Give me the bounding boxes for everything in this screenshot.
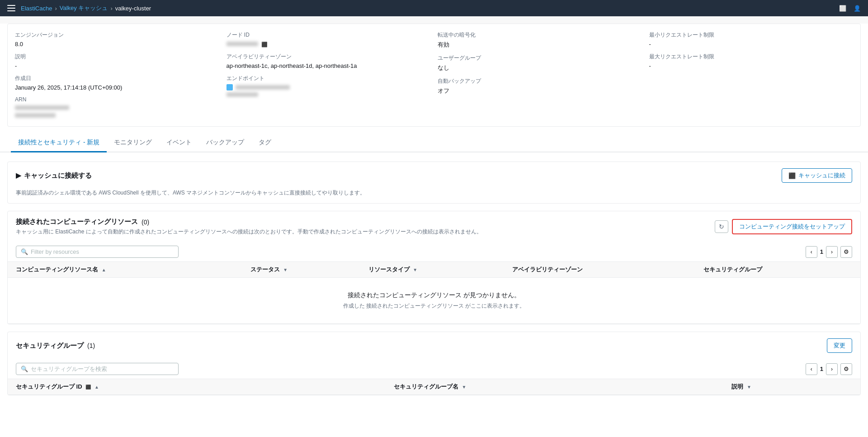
setup-computing-label: コンピューティング接続をセットアップ: [739, 223, 845, 231]
endpoint-value: [236, 85, 290, 90]
col-sg-name-sort[interactable]: ▼: [462, 385, 467, 390]
security-settings-button[interactable]: ⚙: [840, 363, 852, 375]
computing-next-page[interactable]: ›: [826, 246, 838, 258]
col-resource-name: コンピューティングリソース名 ▲: [8, 262, 242, 278]
col-sg: セキュリティグループ: [695, 262, 861, 278]
breadcrumb-elasticache[interactable]: ElastiCache: [21, 5, 52, 12]
info-col-1: エンジンバージョン 8.0 説明 - 作成日 January 26, 2025,…: [15, 31, 219, 119]
computing-search-box[interactable]: 🔍: [16, 246, 179, 258]
monitor-icon[interactable]: ⬜: [839, 5, 846, 12]
security-search-row: 🔍 ‹ 1 › ⚙: [8, 359, 860, 379]
col-sg-id-sort[interactable]: ▲: [94, 385, 99, 390]
security-search-icon: 🔍: [21, 366, 28, 372]
col-resource-name-sort[interactable]: ▲: [102, 267, 106, 272]
arn-value-2: [15, 113, 56, 118]
computing-search-row: 🔍 ‹ 1 › ⚙: [8, 242, 860, 261]
connect-arrow: ▶: [16, 171, 21, 180]
connect-cache-button[interactable]: ⬛ キャッシュに接続: [782, 168, 852, 183]
computing-empty-sub: 作成した 接続されたコンピューティングリソース がここに表示されます。: [21, 302, 847, 310]
computing-prev-page[interactable]: ‹: [806, 246, 817, 258]
tab-events[interactable]: イベント: [159, 134, 199, 152]
connect-cache-icon: ⬛: [788, 172, 796, 179]
arn-label: ARN: [15, 96, 219, 103]
created-label: 作成日: [15, 75, 219, 82]
col-sg-id: セキュリティグループ ID ⬛ ▲: [8, 379, 386, 395]
col-resource-type-sort[interactable]: ▼: [413, 267, 417, 272]
refresh-button[interactable]: ↻: [715, 220, 728, 233]
security-page-num: 1: [820, 366, 823, 372]
security-edit-label: 変更: [834, 342, 845, 350]
endpoint-port: [226, 92, 258, 97]
endpoint-label: エンドポイント: [226, 75, 431, 82]
tabs-bar: 接続性とセキュリティ - 新規 モニタリング イベント バックアップ タグ: [0, 134, 868, 152]
breadcrumb: ElastiCache › Valkey キャッシュ › valkey-clus…: [21, 4, 151, 12]
security-next-page[interactable]: ›: [826, 363, 838, 375]
tab-monitoring[interactable]: モニタリング: [107, 134, 159, 152]
security-edit-button[interactable]: 変更: [827, 338, 852, 353]
connect-title-text: キャッシュに接続する: [24, 171, 92, 180]
usergroup-value: なし: [438, 64, 642, 72]
computing-title-text: 接続されたコンピューティングリソース: [16, 218, 138, 226]
security-title: セキュリティグループ (1): [16, 342, 95, 350]
computing-search-input[interactable]: [31, 248, 174, 255]
arn-value: [15, 105, 69, 110]
encrypt-value: 有効: [438, 41, 642, 49]
info-grid: エンジンバージョン 8.0 説明 - 作成日 January 26, 2025,…: [15, 31, 853, 119]
connect-section: ▶ キャッシュに接続する ⬛ キャッシュに接続 事前認証済みのシェル環境である …: [7, 162, 861, 204]
sg-id-link-icon: ⬛: [85, 385, 91, 390]
computing-section: 接続されたコンピューティングリソース (0) キャッシュ用に ElastiCac…: [7, 211, 861, 324]
usergroup-label: ユーザーグループ: [438, 54, 642, 62]
main-content: エンジンバージョン 8.0 説明 - 作成日 January 26, 2025,…: [0, 24, 868, 437]
nodeid-label: ノード ID: [226, 31, 431, 39]
col-sg-desc: 説明 ▼: [723, 379, 860, 395]
minreq-label: 最小リクエストレート制限: [649, 31, 854, 39]
info-card: エンジンバージョン 8.0 説明 - 作成日 January 26, 2025,…: [7, 24, 861, 127]
user-icon[interactable]: 👤: [854, 5, 861, 12]
security-pagination: ‹ 1 ›: [806, 363, 838, 375]
info-col-4: 最小リクエストレート制限 - 最大リクエストレート制限 -: [649, 31, 854, 119]
tab-backup[interactable]: バックアップ: [199, 134, 251, 152]
security-header: セキュリティグループ (1) 変更: [8, 332, 860, 359]
breadcrumb-current: valkey-cluster: [115, 5, 151, 12]
engine-value: 8.0: [15, 41, 219, 48]
security-section: セキュリティグループ (1) 変更 🔍 ‹ 1 › ⚙: [7, 332, 861, 395]
info-col-3: 転送中の暗号化 有効 ユーザーグループ なし 自動バックアップ オフ: [438, 31, 642, 119]
computing-pagination: ‹ 1 ›: [806, 246, 838, 258]
security-table: セキュリティグループ ID ⬛ ▲ セキュリティグループ名 ▼ 説明 ▼: [8, 379, 860, 395]
top-bar: ElastiCache › Valkey キャッシュ › valkey-clus…: [0, 0, 868, 16]
col-status: ステータス ▼: [242, 262, 360, 278]
tab-connectivity[interactable]: 接続性とセキュリティ - 新規: [11, 134, 107, 152]
security-count: (1): [87, 342, 95, 349]
connect-desc: 事前認証済みのシェル環境である AWS CloudShell を使用して、AWS…: [8, 189, 860, 203]
col-sg-name: セキュリティグループ名 ▼: [386, 379, 724, 395]
security-search-box[interactable]: 🔍: [16, 363, 179, 375]
desc-value: -: [15, 62, 219, 69]
col-status-sort[interactable]: ▼: [283, 267, 288, 272]
created-value: January 26, 2025, 17:14:18 (UTC+09:00): [15, 84, 219, 91]
security-search-input[interactable]: [31, 366, 174, 372]
autobkp-label: 自動バックアップ: [438, 77, 642, 85]
connect-title[interactable]: ▶ キャッシュに接続する: [16, 171, 92, 180]
menu-icon[interactable]: [7, 5, 15, 11]
refresh-icon: ↻: [719, 223, 724, 230]
computing-title: 接続されたコンピューティングリソース (0): [16, 218, 482, 226]
info-col-2: ノード ID ⬛ アベイラビリティーゾーン ap-northeast-1c, a…: [226, 31, 431, 119]
security-prev-page[interactable]: ‹: [806, 363, 817, 375]
setup-computing-button[interactable]: コンピューティング接続をセットアップ: [732, 219, 852, 234]
top-bar-icons: ⬜ 👤: [839, 5, 861, 12]
tab-tags[interactable]: タグ: [251, 134, 278, 152]
encrypt-label: 転送中の暗号化: [438, 31, 642, 39]
computing-count: (0): [142, 218, 149, 226]
minreq-value: -: [649, 41, 854, 48]
desc-label: 説明: [15, 53, 219, 61]
col-az: アベイラビリティーゾーン: [504, 262, 695, 278]
security-title-text: セキュリティグループ: [16, 342, 84, 350]
computing-settings-button[interactable]: ⚙: [840, 246, 852, 258]
col-sg-desc-sort[interactable]: ▼: [747, 385, 751, 390]
breadcrumb-valkey[interactable]: Valkey キャッシュ: [60, 4, 108, 12]
computing-empty-row: 接続されたコンピューティングリソース が見つかりません。 作成した 接続されたコ…: [8, 278, 860, 324]
computing-desc: キャッシュ用に ElastiCache によって自動的に作成されたコンピューティ…: [16, 226, 482, 236]
nodeid-value[interactable]: ⬛: [226, 41, 268, 48]
az-label: アベイラビリティーゾーン: [226, 53, 431, 61]
endpoint-icon: [226, 84, 233, 90]
